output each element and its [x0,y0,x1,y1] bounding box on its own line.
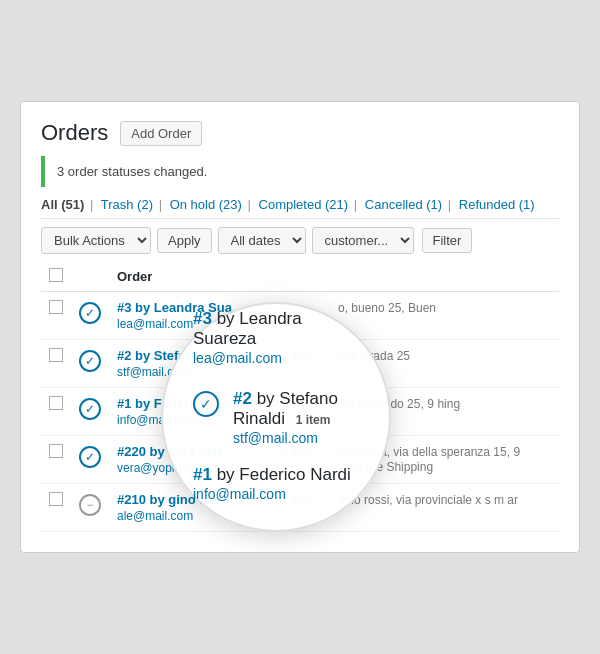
orders-table: Order ✓ #3 by Leandra Sua... lea@mail.co… [41,262,559,532]
order-address: ella strada 25 [330,340,559,388]
header-check [41,262,71,292]
order-items: 1 item [274,340,330,388]
bulk-actions-select[interactable]: Bulk Actions [41,227,151,254]
status-icon-check: ✓ [79,398,101,420]
order-items [274,292,330,340]
add-order-button[interactable]: Add Order [120,121,202,146]
order-number[interactable]: #3 by Leandra Sua... [117,300,243,315]
order-number[interactable]: #210 by gino rossi [117,492,230,507]
status-icon-check: ✓ [79,446,101,468]
header-status [71,262,109,292]
tab-all[interactable]: All (51) [41,197,84,212]
customer-filter-select[interactable]: customer... [312,227,414,254]
row-checkbox[interactable] [49,396,63,410]
tab-cancelled[interactable]: Cancelled (1) [365,197,442,212]
order-address: o, bueno 25, Buen [330,292,559,340]
panel-header: Orders Add Order [41,120,559,146]
status-icon-check: ✓ [79,350,101,372]
row-checkbox[interactable] [49,300,63,314]
toolbar: Bulk Actions Apply All dates customer...… [41,227,559,254]
order-address: vera vela, via della speranza 15, 9 Via … [330,436,559,484]
tab-on-hold[interactable]: On hold (23) [170,197,242,212]
select-all-checkbox[interactable] [49,268,63,282]
order-address: gino rossi, via provinciale x s m ar [330,484,559,532]
status-icon-check: ✓ [79,302,101,324]
order-items: 1 item [274,484,330,532]
header-order: Order [109,262,274,292]
apply-button[interactable]: Apply [157,228,212,253]
order-email: info@mail.com [117,413,266,427]
order-items: 1 item [274,436,330,484]
date-filter-select[interactable]: All dates [218,227,306,254]
table-row: ✓ #220 by vera vela vera@yopmail.com 1 i… [41,436,559,484]
table-row: ✓ #3 by Leandra Sua... lea@mail.com o, b… [41,292,559,340]
notice-text: 3 order statuses changed. [57,164,207,179]
header-address [330,262,559,292]
orders-panel: Orders Add Order 3 order statuses change… [20,101,580,553]
order-number[interactable]: #220 by vera vela [117,444,224,459]
tab-refunded[interactable]: Refunded (1) [459,197,535,212]
table-row: ✓ #2 by Stefano... stf@mail.com 1 item e… [41,340,559,388]
tab-completed[interactable]: Completed (21) [259,197,349,212]
order-number[interactable]: #1 by Federico Nar... [117,396,243,411]
filter-tabs: All (51) | Trash (2) | On hold (23) | Co… [41,197,559,219]
order-email: stf@mail.com [117,365,266,379]
order-email: lea@mail.com [117,317,266,331]
notice-bar: 3 order statuses changed. [41,156,559,187]
table-header-row: Order [41,262,559,292]
status-icon-minus: − [79,494,101,516]
order-email: vera@yopmail.com [117,461,266,475]
table-row: ✓ #1 by Federico Nar... info@mail.com Vi… [41,388,559,436]
tab-trash[interactable]: Trash (2) [101,197,153,212]
row-checkbox[interactable] [49,348,63,362]
row-checkbox[interactable] [49,444,63,458]
header-items [274,262,330,292]
order-items [274,388,330,436]
filter-button[interactable]: Filter [422,228,473,253]
table-row: − #210 by gino rossi ale@mail.com 1 item… [41,484,559,532]
row-checkbox[interactable] [49,492,63,506]
order-address: Via leopoldo 25, 9 hing [330,388,559,436]
order-number[interactable]: #2 by Stefano... [117,348,212,363]
order-email: ale@mail.com [117,509,266,523]
page-title: Orders [41,120,108,146]
